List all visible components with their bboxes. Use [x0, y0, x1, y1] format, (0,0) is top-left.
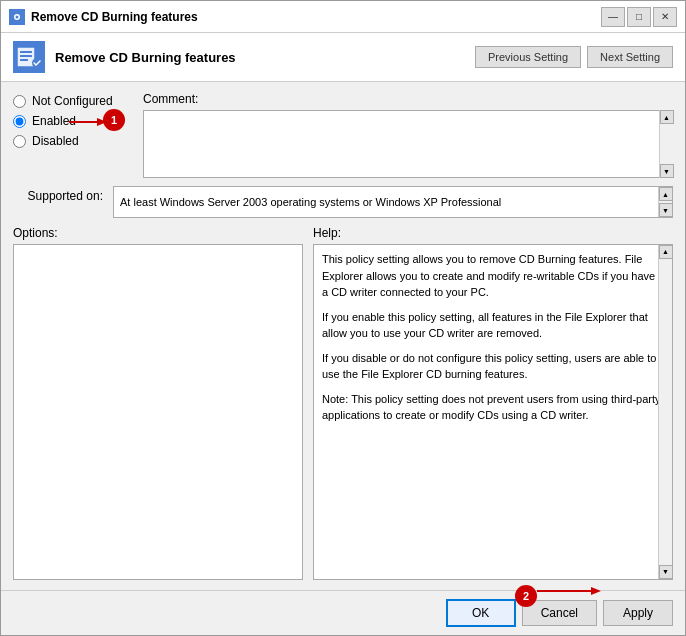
comment-label: Comment: [143, 92, 673, 106]
supported-scrollbar: ▲ ▼ [658, 187, 672, 217]
top-section: Not Configured Enabled 1 Di [13, 92, 673, 178]
help-para-4: Note: This policy setting does not preve… [322, 391, 664, 424]
supported-value-box: At least Windows Server 2003 operating s… [113, 186, 673, 218]
navigation-buttons: Previous Setting Next Setting [475, 46, 673, 68]
window-icon [9, 9, 25, 25]
svg-rect-4 [20, 51, 32, 53]
options-box [13, 244, 303, 580]
help-label: Help: [313, 226, 673, 240]
supported-scroll-up[interactable]: ▲ [659, 187, 673, 201]
svg-rect-6 [20, 59, 28, 61]
options-label: Options: [13, 226, 303, 240]
window: Remove CD Burning features — □ ✕ Remove … [0, 0, 686, 636]
disabled-option[interactable]: Disabled [13, 134, 133, 148]
scroll-down-arrow[interactable]: ▼ [660, 164, 674, 178]
comment-section: Comment: ▲ ▼ [143, 92, 673, 178]
help-scrollbar: ▲ ▼ [658, 245, 672, 579]
help-scroll-up[interactable]: ▲ [659, 245, 673, 259]
svg-point-2 [16, 15, 19, 18]
bottom-bar: 2 OK Cancel Apply [1, 590, 685, 635]
disabled-radio[interactable] [13, 135, 26, 148]
disabled-label: Disabled [32, 134, 79, 148]
cancel-button[interactable]: Cancel [522, 600, 597, 626]
header-bar: Remove CD Burning features Previous Sett… [1, 33, 685, 82]
header-title: Remove CD Burning features [55, 50, 465, 65]
apply-button[interactable]: Apply [603, 600, 673, 626]
scroll-up-arrow[interactable]: ▲ [660, 110, 674, 124]
help-para-1: This policy setting allows you to remove… [322, 251, 664, 301]
title-bar: Remove CD Burning features — □ ✕ [1, 1, 685, 33]
supported-value: At least Windows Server 2003 operating s… [120, 196, 501, 208]
comment-scrollbar: ▲ ▼ [659, 110, 673, 178]
help-text: This policy setting allows you to remove… [322, 251, 664, 424]
policy-icon [13, 41, 45, 73]
radio-section: Not Configured Enabled 1 Di [13, 92, 133, 178]
help-scroll-down[interactable]: ▼ [659, 565, 673, 579]
not-configured-radio[interactable] [13, 95, 26, 108]
not-configured-label: Not Configured [32, 94, 113, 108]
options-panel: Options: [13, 226, 303, 580]
window-controls: — □ ✕ [601, 7, 677, 27]
maximize-button[interactable]: □ [627, 7, 651, 27]
enabled-radio[interactable] [13, 115, 26, 128]
help-panel: Help: This policy setting allows you to … [313, 226, 673, 580]
window-title: Remove CD Burning features [31, 10, 601, 24]
not-configured-option[interactable]: Not Configured [13, 94, 133, 108]
main-content: Not Configured Enabled 1 Di [1, 82, 685, 590]
enabled-label: Enabled [32, 114, 76, 128]
help-para-3: If you disable or do not configure this … [322, 350, 664, 383]
ok-button[interactable]: OK [446, 599, 516, 627]
supported-label: Supported on: [13, 186, 103, 203]
help-box: This policy setting allows you to remove… [313, 244, 673, 580]
svg-rect-5 [20, 55, 32, 57]
comment-wrapper: ▲ ▼ [143, 110, 673, 178]
help-para-2: If you enable this policy setting, all f… [322, 309, 664, 342]
middle-section: Options: Help: This policy setting allow… [13, 226, 673, 580]
next-setting-button[interactable]: Next Setting [587, 46, 673, 68]
enabled-option[interactable]: Enabled [13, 114, 133, 128]
close-button[interactable]: ✕ [653, 7, 677, 27]
supported-scroll-down[interactable]: ▼ [659, 203, 673, 217]
previous-setting-button[interactable]: Previous Setting [475, 46, 581, 68]
comment-textarea[interactable] [143, 110, 673, 178]
minimize-button[interactable]: — [601, 7, 625, 27]
supported-row: Supported on: At least Windows Server 20… [13, 186, 673, 218]
